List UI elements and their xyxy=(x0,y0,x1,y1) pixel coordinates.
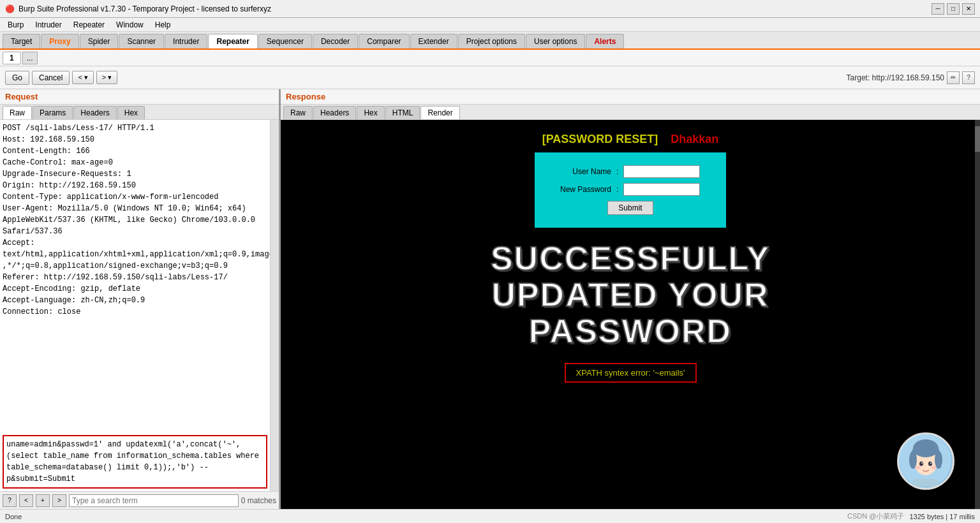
password-reset-header: [PASSWORD RESET] Dhakkan xyxy=(542,133,719,146)
menu-repeater[interactable]: Repeater xyxy=(68,19,110,31)
svg-point-4 xyxy=(909,451,917,469)
password-form-box: User Name : New Password : Submit xyxy=(535,152,726,228)
tab-project-options[interactable]: Project options xyxy=(458,34,525,48)
go-button[interactable]: Go xyxy=(5,71,29,85)
resp-tab-headers[interactable]: Headers xyxy=(313,106,356,119)
svg-point-10 xyxy=(916,466,921,469)
password-label: New Password xyxy=(554,185,611,194)
success-line1: SUCCESSFULLY xyxy=(491,240,770,277)
search-bar: ? < + > 0 matches xyxy=(0,491,279,509)
search-input[interactable] xyxy=(69,494,239,507)
title-bar: 🔴 Burp Suite Professional v1.7.30 - Temp… xyxy=(0,0,980,18)
password-reset-name: Dhakkan xyxy=(671,133,718,146)
menu-bar: Burp Intruder Repeater Window Help xyxy=(0,18,980,32)
scrollbar-thumb xyxy=(975,126,980,152)
resp-tab-render[interactable]: Render xyxy=(420,106,459,119)
minimize-button[interactable]: ─ xyxy=(932,3,944,15)
request-headers-text[interactable]: POST /sqli-labs/Less-17/ HTTP/1.1 Host: … xyxy=(0,120,270,432)
tab-alerts[interactable]: Alerts xyxy=(586,34,624,48)
tab-sequencer[interactable]: Sequencer xyxy=(258,34,312,48)
success-message: SUCCESSFULLY UPDATED YOUR PASSWORD xyxy=(491,240,770,350)
tab-user-options[interactable]: User options xyxy=(526,34,585,48)
window-controls[interactable]: ─ □ ✕ xyxy=(932,3,975,15)
username-label: User Name xyxy=(554,167,611,176)
svg-rect-12 xyxy=(913,479,939,487)
app-icon: 🔴 xyxy=(5,4,15,13)
repeater-tab-1[interactable]: 1 xyxy=(3,52,21,64)
menu-window[interactable]: Window xyxy=(111,19,149,31)
tab-scanner[interactable]: Scanner xyxy=(119,34,164,48)
repeater-tab-add[interactable]: ... xyxy=(22,52,38,64)
request-payload-text[interactable]: uname=admin&passwd=1' and updatexml('a',… xyxy=(3,435,267,489)
response-header-area: Response Raw Headers Hex HTML Render xyxy=(281,89,980,120)
menu-help[interactable]: Help xyxy=(150,19,176,31)
request-scrollbar[interactable] xyxy=(270,120,279,491)
svg-point-11 xyxy=(931,466,936,469)
match-count: 0 matches xyxy=(241,496,276,505)
tab-extender[interactable]: Extender xyxy=(410,34,457,48)
repeater-sub-bar: 1 ... xyxy=(0,50,980,66)
username-colon: : xyxy=(616,167,618,176)
password-field-row: New Password : xyxy=(554,183,707,196)
status-left: Done xyxy=(5,513,22,520)
maximize-button[interactable]: □ xyxy=(947,3,960,15)
main-tab-bar: Target Proxy Spider Scanner Intruder Rep… xyxy=(0,32,980,50)
resp-tab-raw[interactable]: Raw xyxy=(283,106,313,119)
svg-point-3 xyxy=(913,439,939,457)
password-colon: : xyxy=(616,185,618,194)
response-label: Response xyxy=(281,89,980,105)
close-button[interactable]: ✕ xyxy=(962,3,975,15)
target-edit-button[interactable]: ✏ xyxy=(947,71,960,84)
status-bytes: 1325 bytes | 17 millis xyxy=(909,513,975,520)
tab-target[interactable]: Target xyxy=(3,34,40,48)
password-input[interactable] xyxy=(623,183,700,196)
username-field-row: User Name : xyxy=(554,165,707,178)
success-line3: PASSWORD xyxy=(491,313,770,350)
xpath-error-box: XPATH syntex error: '~emails' xyxy=(565,363,697,383)
search-next-button[interactable]: + xyxy=(36,494,50,507)
request-panel: Request Raw Params Headers Hex POST /sql… xyxy=(0,89,281,509)
window-title: Burp Suite Professional v1.7.30 - Tempor… xyxy=(19,4,271,13)
target-info: Target: http://192.168.59.150 ✏ ? xyxy=(847,71,975,84)
cancel-button[interactable]: Cancel xyxy=(32,71,70,85)
search-options-button[interactable]: > xyxy=(52,494,66,507)
request-body: POST /sqli-labs/Less-17/ HTTP/1.1 Host: … xyxy=(0,120,279,509)
nav-back-button[interactable]: < ▾ xyxy=(72,71,93,84)
search-prev-button[interactable]: < xyxy=(19,494,33,507)
response-scrollbar[interactable] xyxy=(975,120,980,509)
submit-button[interactable]: Submit xyxy=(607,201,653,215)
resp-tab-html[interactable]: HTML xyxy=(385,106,420,119)
svg-point-9 xyxy=(930,462,932,464)
req-tab-params[interactable]: Params xyxy=(33,106,73,119)
status-right: CSDN @小菜鸡子 1325 bytes | 17 millis xyxy=(847,512,975,521)
response-tab-bar: Raw Headers Hex HTML Render xyxy=(281,105,980,120)
success-line2: UPDATED YOUR xyxy=(491,277,770,313)
xpath-error-text: XPATH syntex error: '~emails' xyxy=(576,368,685,378)
username-input[interactable] xyxy=(623,165,700,178)
main-content: Request Raw Params Headers Hex POST /sql… xyxy=(0,89,980,509)
nav-fwd-button[interactable]: > ▾ xyxy=(96,71,117,84)
menu-intruder[interactable]: Intruder xyxy=(30,19,66,31)
req-tab-raw[interactable]: Raw xyxy=(3,106,32,119)
request-label: Request xyxy=(0,89,279,105)
request-tab-bar: Raw Params Headers Hex xyxy=(0,105,279,120)
tab-proxy[interactable]: Proxy xyxy=(41,34,78,48)
tab-comparer[interactable]: Comparer xyxy=(359,34,409,48)
tab-repeater[interactable]: Repeater xyxy=(208,34,257,48)
tab-decoder[interactable]: Decoder xyxy=(313,34,358,48)
avatar xyxy=(897,432,954,490)
req-tab-hex[interactable]: Hex xyxy=(117,106,145,119)
submit-row: Submit xyxy=(554,201,707,215)
response-render-panel: [PASSWORD RESET] Dhakkan User Name : New… xyxy=(281,120,980,509)
menu-burp[interactable]: Burp xyxy=(3,19,29,31)
resp-tab-hex[interactable]: Hex xyxy=(357,106,384,119)
avatar-image xyxy=(900,436,951,487)
target-help-button[interactable]: ? xyxy=(962,71,975,84)
tab-spider[interactable]: Spider xyxy=(80,34,119,48)
target-label: Target: http://192.168.59.150 xyxy=(847,73,944,82)
window-title-area: 🔴 Burp Suite Professional v1.7.30 - Temp… xyxy=(5,4,271,13)
password-reset-title: [PASSWORD RESET] xyxy=(542,133,658,146)
search-help-button[interactable]: ? xyxy=(3,494,17,507)
tab-intruder[interactable]: Intruder xyxy=(165,34,207,48)
req-tab-headers[interactable]: Headers xyxy=(73,106,116,119)
